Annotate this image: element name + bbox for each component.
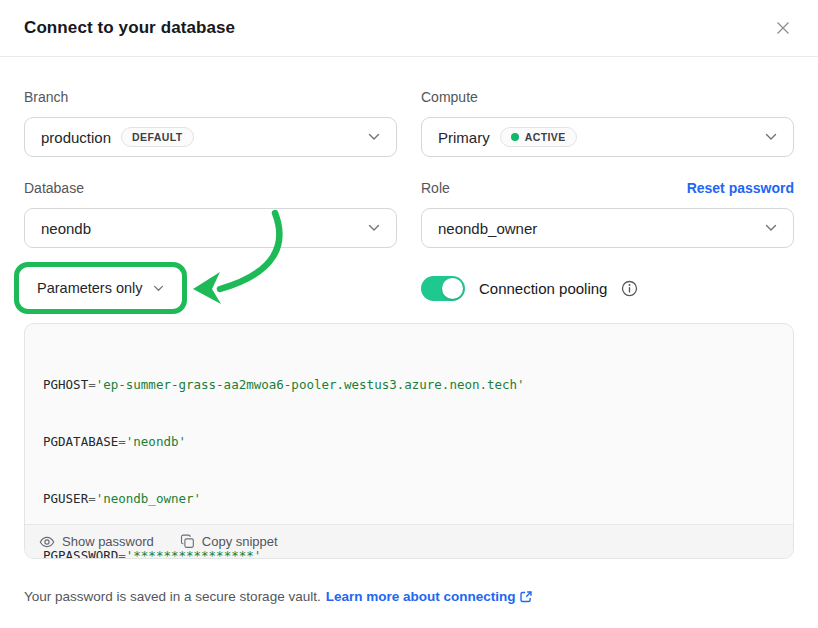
annotation-highlight-box: Parameters only [14, 262, 187, 314]
chevron-down-icon [153, 285, 164, 292]
snippet-code: PGHOST='ep-summer-grass-aa2mwoa6-pooler.… [25, 324, 793, 524]
code-line: PGDATABASE='neondb' [43, 432, 775, 451]
compute-value: Primary [438, 129, 490, 146]
compute-field: Compute Primary ACTIVE [421, 89, 794, 157]
toggle-knob [442, 278, 463, 299]
database-value: neondb [41, 220, 91, 237]
default-badge: DEFAULT [121, 127, 193, 147]
role-field: Role Reset password neondb_owner [421, 180, 794, 248]
copy-icon [180, 534, 195, 549]
active-badge: ACTIVE [500, 127, 577, 147]
connection-snippet: PGHOST='ep-summer-grass-aa2mwoa6-pooler.… [24, 323, 794, 559]
active-status-dot [511, 133, 519, 141]
security-note-text: Your password is saved in a secure stora… [24, 589, 321, 604]
database-select[interactable]: neondb [24, 208, 397, 248]
copy-snippet-button[interactable]: Copy snippet [180, 534, 278, 549]
role-select[interactable]: neondb_owner [421, 208, 794, 248]
chevron-down-icon [368, 133, 380, 141]
reset-password-link[interactable]: Reset password [687, 180, 794, 196]
snippet-format-value: Parameters only [37, 280, 143, 296]
code-line: PGUSER='neondb_owner' [43, 489, 775, 508]
dialog-title: Connect to your database [24, 18, 235, 38]
code-line: PGHOST='ep-summer-grass-aa2mwoa6-pooler.… [43, 375, 775, 394]
connect-database-dialog: Connect to your database Branch producti… [0, 0, 818, 628]
branch-select[interactable]: production DEFAULT [24, 117, 397, 157]
database-field: Database neondb [24, 180, 397, 248]
compute-label: Compute [421, 89, 794, 105]
chevron-down-icon [765, 133, 777, 141]
connection-pooling-toggle[interactable] [421, 276, 465, 301]
role-label: Role [421, 180, 450, 196]
connection-pooling-row: Connection pooling [421, 276, 794, 301]
connection-pooling-label: Connection pooling [479, 280, 607, 297]
chevron-down-icon [765, 224, 777, 232]
compute-select[interactable]: Primary ACTIVE [421, 117, 794, 157]
branch-label: Branch [24, 89, 397, 105]
learn-more-link[interactable]: Learn more about connecting [326, 589, 534, 604]
database-label: Database [24, 180, 397, 196]
dialog-header: Connect to your database [0, 0, 818, 57]
dialog-body: Branch production DEFAULT Compute Primar… [0, 57, 818, 604]
branch-value: production [41, 129, 111, 146]
show-password-button[interactable]: Show password [39, 534, 154, 550]
eye-icon [39, 534, 55, 550]
snippet-format-select[interactable]: Parameters only [22, 270, 179, 306]
branch-field: Branch production DEFAULT [24, 89, 397, 157]
close-icon [775, 20, 791, 36]
close-button[interactable] [772, 17, 794, 39]
info-icon[interactable] [621, 280, 638, 297]
role-value: neondb_owner [438, 220, 537, 237]
chevron-down-icon [368, 224, 380, 232]
security-note: Your password is saved in a secure stora… [24, 589, 794, 604]
external-link-icon [519, 590, 533, 604]
